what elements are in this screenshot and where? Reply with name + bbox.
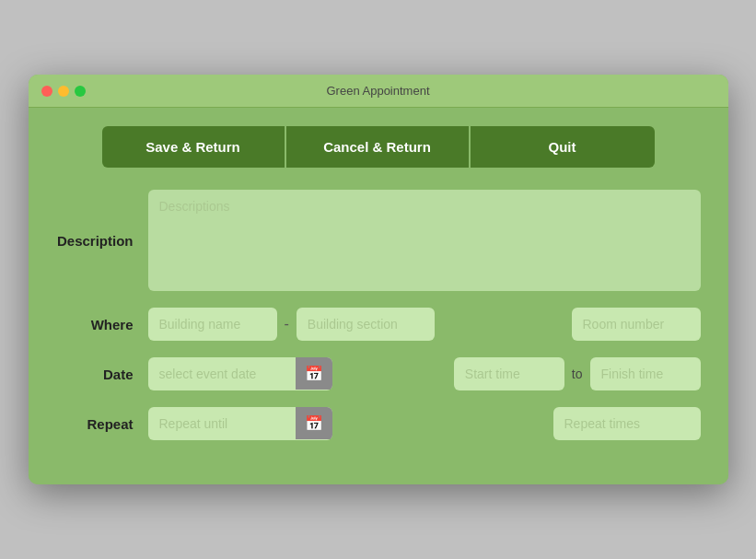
date-input[interactable] (148, 357, 296, 390)
building-section-input[interactable] (297, 308, 435, 341)
description-textarea[interactable] (148, 190, 701, 291)
calendar-icon: 📅 (305, 365, 323, 382)
where-row: Where - (56, 308, 701, 341)
repeat-until-input[interactable] (148, 407, 296, 440)
repeat-controls: 📅 (148, 407, 701, 440)
repeat-label: Repeat (56, 416, 148, 432)
minimize-button[interactable] (58, 86, 69, 97)
separator: - (285, 316, 289, 332)
date-label: Date (56, 367, 148, 382)
date-controls: 📅 to (148, 357, 701, 390)
date-row: Date 📅 to (56, 357, 701, 390)
where-controls: - (148, 308, 701, 341)
repeat-times-input[interactable] (553, 407, 701, 440)
where-label: Where (56, 317, 148, 332)
description-row: Description (56, 190, 701, 291)
repeat-calendar-icon: 📅 (305, 414, 323, 432)
description-controls (148, 190, 701, 291)
building-name-input[interactable] (148, 308, 277, 341)
repeat-row: Repeat 📅 (56, 407, 701, 440)
maximize-button[interactable] (75, 86, 86, 97)
toolbar: Save & Return Cancel & Return Quit (56, 126, 701, 168)
traffic-lights (41, 86, 86, 97)
to-text: to (572, 367, 583, 381)
date-picker-wrapper: 📅 (148, 357, 332, 390)
app-window: Green Appointment Save & Return Cancel &… (29, 75, 728, 484)
save-return-button[interactable]: Save & Return (102, 126, 286, 168)
cancel-return-button[interactable]: Cancel & Return (286, 126, 471, 168)
date-calendar-button[interactable]: 📅 (296, 357, 332, 390)
finish-time-input[interactable] (590, 357, 701, 390)
description-label: Description (56, 233, 148, 249)
room-number-input[interactable] (572, 308, 701, 341)
repeat-until-wrapper: 📅 (148, 407, 332, 440)
title-bar: Green Appointment (29, 75, 728, 108)
window-title: Green Appointment (326, 84, 429, 98)
start-time-input[interactable] (454, 357, 564, 390)
close-button[interactable] (41, 86, 52, 97)
quit-button[interactable]: Quit (471, 126, 655, 168)
window-content: Save & Return Cancel & Return Quit Descr… (29, 108, 728, 484)
repeat-calendar-button[interactable]: 📅 (296, 407, 332, 439)
